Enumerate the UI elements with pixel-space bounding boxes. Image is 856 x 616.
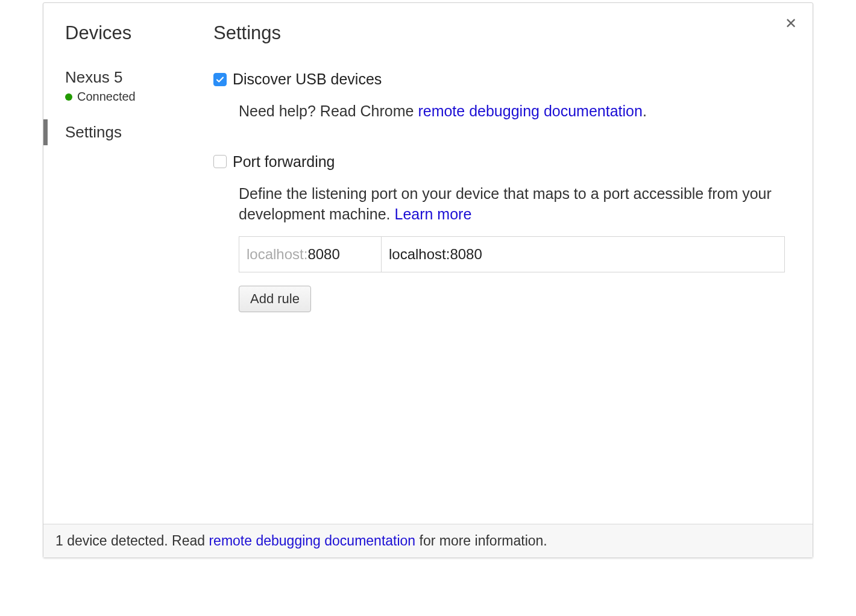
- port-forwarding-checkbox[interactable]: [213, 155, 227, 168]
- devices-settings-window: Devices Nexus 5 Connected Settings ✕ Set…: [43, 2, 813, 558]
- content-row: Devices Nexus 5 Connected Settings ✕ Set…: [43, 3, 813, 524]
- port-forwarding-desc-text: Define the listening port on your device…: [239, 185, 772, 222]
- add-rule-button[interactable]: Add rule: [239, 286, 311, 312]
- footer-text-suffix: for more information.: [415, 533, 547, 548]
- port-forwarding-label: Port forwarding: [233, 153, 335, 171]
- sidebar-title: Devices: [43, 22, 200, 62]
- usb-checkbox-row: Discover USB devices: [213, 71, 788, 88]
- port-local-cell[interactable]: localhost:8080: [239, 237, 382, 272]
- close-button[interactable]: ✕: [782, 14, 799, 33]
- page-title: Settings: [213, 22, 788, 44]
- main-panel: ✕ Settings Discover USB devices Need hel…: [200, 3, 813, 524]
- close-icon: ✕: [785, 15, 797, 31]
- checkmark-icon: [215, 75, 225, 84]
- usb-help-text: Need help? Read Chrome remote debugging …: [213, 101, 788, 122]
- port-forwarding-table: localhost:8080 localhost:8080: [239, 236, 785, 272]
- port-forwarding-checkbox-row: Port forwarding: [213, 153, 788, 171]
- add-rule-label: Add rule: [250, 291, 300, 306]
- footer-remote-debugging-link[interactable]: remote debugging documentation: [209, 533, 415, 548]
- sidebar: Devices Nexus 5 Connected Settings: [43, 3, 200, 524]
- port-remote-cell[interactable]: localhost:8080: [382, 237, 784, 272]
- status-dot-icon: [65, 93, 72, 101]
- sidebar-item-device[interactable]: Nexus 5 Connected: [43, 62, 200, 110]
- footer-text-prefix: 1 device detected. Read: [55, 533, 209, 548]
- port-local-prefix: localhost:: [247, 246, 307, 262]
- footer-bar: 1 device detected. Read remote debugging…: [43, 524, 813, 558]
- device-name: Nexus 5: [65, 68, 200, 87]
- sidebar-item-settings[interactable]: Settings: [43, 117, 200, 148]
- usb-help-prefix: Need help? Read Chrome: [239, 102, 418, 119]
- learn-more-link[interactable]: Learn more: [394, 206, 471, 222]
- discover-usb-checkbox[interactable]: [213, 73, 227, 86]
- usb-help-suffix: .: [643, 102, 647, 119]
- discover-usb-label: Discover USB devices: [233, 71, 382, 88]
- port-remote-value: localhost:8080: [389, 246, 482, 262]
- remote-debugging-link[interactable]: remote debugging documentation: [418, 102, 643, 119]
- usb-section: Discover USB devices Need help? Read Chr…: [213, 71, 788, 122]
- sidebar-settings-label: Settings: [65, 123, 122, 141]
- device-status-text: Connected: [77, 90, 136, 104]
- port-local-value: 8080: [307, 246, 339, 262]
- port-forwarding-section: Port forwarding Define the listening por…: [213, 153, 788, 313]
- port-forwarding-desc: Define the listening port on your device…: [213, 184, 788, 225]
- device-status-row: Connected: [65, 90, 200, 104]
